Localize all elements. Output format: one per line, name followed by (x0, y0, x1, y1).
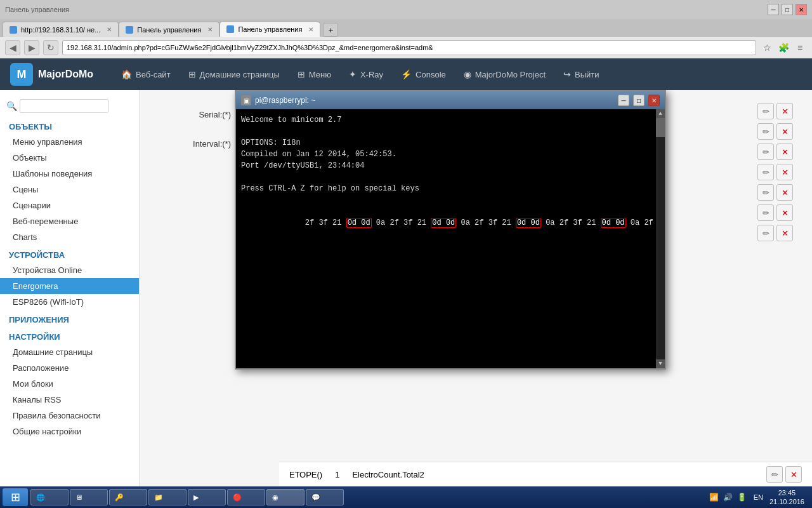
tab-favicon-1 (10, 26, 17, 34)
tab-favicon-2 (126, 26, 133, 34)
browser-toolbar: ◀ ▶ ↻ 192.168.31.10/admin.php?pd=cGFuZWw… (0, 37, 812, 58)
logo-box: M (10, 63, 33, 86)
taskbar-item-ie[interactable]: 🌐 (30, 489, 69, 505)
forward-button[interactable]: ▶ (24, 40, 39, 55)
sidebar-item-scenarios[interactable]: Сценарии (0, 197, 139, 213)
tab-favicon-3 (226, 25, 234, 33)
sidebar-search-input[interactable] (20, 99, 108, 113)
sidebar-item-scenes[interactable]: Сцены (0, 182, 139, 197)
sidebar-item-objects[interactable]: Объекты (0, 150, 139, 166)
menu-icon: ⊞ (298, 69, 305, 79)
nav-items: 🏠 Веб-сайт ⊞ Домашние страницы ⊞ Меню ✦ … (112, 58, 802, 90)
tray-network-icon: 📶 (709, 492, 719, 502)
taskbar-item-3[interactable]: 🔑 (109, 489, 147, 505)
edit-btn-4[interactable]: ✏ (757, 164, 774, 180)
terminal-line-8 (241, 194, 651, 206)
address-bar[interactable]: 192.168.31.10/admin.php?pd=cGFuZWw6e2Fjd… (62, 40, 756, 55)
sidebar-item-security[interactable]: Правила безопасности (0, 408, 139, 424)
delete-btn-2[interactable]: ✕ (776, 123, 793, 140)
content-area: Serial:(*) /dev/ttyUSB0 Interval:(*) 5 I… (140, 90, 812, 508)
taskbar-item-2[interactable]: 🖥 (70, 489, 108, 505)
sidebar-item-rss[interactable]: Каналы RSS (0, 392, 139, 408)
nav-project[interactable]: ◉ MajorDoMo Project (455, 58, 554, 90)
edit-btn-6[interactable]: ✏ (757, 204, 774, 221)
delete-btn-4[interactable]: ✕ (776, 164, 793, 180)
edit-btn-3[interactable]: ✏ (757, 144, 774, 160)
scroll-thumb[interactable] (656, 118, 665, 137)
nav-logout[interactable]: ↪ Выйти (554, 58, 608, 90)
tab-label-1: http://192.168.31.10/ не... (21, 26, 100, 34)
taskbar-item-5[interactable]: ▶ (188, 489, 226, 505)
taskbar-item-8[interactable]: 💬 (306, 489, 344, 505)
new-tab-btn[interactable]: + (323, 23, 338, 37)
sidebar-item-menu-control[interactable]: Меню управления (0, 134, 139, 150)
nav-homepages-label: Домашние страницы (200, 70, 280, 79)
action-buttons-panel: ✏ ✕ ✏ ✕ ✏ ✕ ✏ ✕ (757, 103, 793, 241)
scroll-up-btn[interactable]: ▲ (656, 109, 665, 118)
win-maximize-btn[interactable]: □ (782, 4, 793, 15)
taskbar: ⊞ 🌐 🖥 🔑 📁 ▶ 🔴 ◉ 💬 📶 🔊 🔋 EN (0, 486, 812, 508)
edit-btn-2[interactable]: ✏ (757, 123, 774, 140)
scroll-down-btn[interactable]: ▼ (656, 359, 665, 368)
hex-highlight-1: 0d 0d (346, 218, 372, 228)
sidebar-item-location[interactable]: Расположение (0, 360, 139, 376)
taskbar-item-4[interactable]: 📁 (148, 489, 187, 505)
delete-btn-5[interactable]: ✕ (776, 184, 793, 201)
browser-tab-3[interactable]: Панель управления ✕ (219, 22, 320, 37)
edit-btn-5[interactable]: ✏ (757, 184, 774, 201)
action-row-2: ✏ ✕ (757, 123, 793, 140)
terminal-body[interactable]: Welcome to minicom 2.7 OPTIONS: I18n Com… (236, 109, 665, 368)
taskbar-item-6-icon: 🔴 (233, 493, 242, 502)
action-row-1: ✏ ✕ (757, 103, 793, 119)
taskbar-item-7[interactable]: ◉ (266, 489, 304, 505)
terminal-close-btn[interactable]: ✕ (648, 95, 660, 106)
sidebar-item-my-blocks[interactable]: Мои блоки (0, 376, 139, 392)
homepages-icon: ⊞ (188, 69, 196, 79)
terminal-minimize-btn[interactable]: ─ (618, 95, 629, 106)
delete-btn-1[interactable]: ✕ (776, 103, 793, 119)
terminal-line-2 (241, 126, 651, 137)
win-minimize-btn[interactable]: ─ (768, 4, 779, 15)
sidebar-item-energomera[interactable]: Energomera (0, 278, 139, 294)
win-close-btn[interactable]: ✕ (796, 4, 807, 15)
browser-tab-1[interactable]: http://192.168.31.10/ не... ✕ (3, 22, 119, 37)
delete-btn-3[interactable]: ✕ (776, 144, 793, 160)
sidebar-item-behavior-templates[interactable]: Шаблоны поведения (0, 166, 139, 182)
serial-label: Serial:(*) (150, 110, 239, 119)
taskbar-item-6[interactable]: 🔴 (227, 489, 265, 505)
hex-highlight-2: 0d 0d (431, 218, 456, 228)
nav-homepages[interactable]: ⊞ Домашние страницы (180, 58, 289, 90)
sidebar-item-general-settings[interactable]: Общие настройки (0, 424, 139, 439)
edit-btn-7[interactable]: ✏ (757, 225, 774, 241)
tab-close-3[interactable]: ✕ (308, 26, 313, 33)
bottom-edit-btn[interactable]: ✏ (766, 466, 783, 483)
tab-close-2[interactable]: ✕ (207, 26, 213, 33)
sidebar-item-web-variables[interactable]: Веб-переменные (0, 213, 139, 229)
refresh-button[interactable]: ↻ (43, 40, 58, 55)
terminal-maximize-btn[interactable]: □ (633, 95, 645, 106)
nav-menu[interactable]: ⊞ Меню (289, 58, 340, 90)
chrome-menu-icon[interactable]: ≡ (793, 41, 807, 55)
taskbar-item-8-icon: 💬 (311, 493, 320, 502)
sidebar-item-esp8266[interactable]: ESP8266 (Wifi-IoT) (0, 294, 139, 310)
sidebar-item-homepages[interactable]: Домашние страницы (0, 344, 139, 360)
nav-website[interactable]: 🏠 Веб-сайт (112, 58, 179, 90)
start-button[interactable]: ⊞ (3, 488, 28, 506)
delete-btn-7[interactable]: ✕ (776, 225, 793, 241)
bookmark-icon[interactable]: ☆ (760, 41, 774, 55)
terminal-scrollbar[interactable]: ▲ ▼ (656, 109, 665, 368)
browser-tab-2[interactable]: Панель управления ✕ (119, 22, 219, 37)
taskbar-date-value: 21.10.2016 (769, 497, 804, 506)
extensions-icon[interactable]: 🧩 (776, 41, 790, 55)
nav-xray[interactable]: ✦ X-Ray (340, 58, 392, 90)
nav-console[interactable]: ⚡ Console (392, 58, 455, 90)
edit-btn-1[interactable]: ✏ (757, 103, 774, 119)
back-button[interactable]: ◀ (5, 40, 20, 55)
sidebar-item-devices-online[interactable]: Устройства Online (0, 262, 139, 278)
sidebar-item-charts[interactable]: Charts (0, 229, 139, 245)
tab-close-1[interactable]: ✕ (107, 26, 112, 33)
delete-btn-6[interactable]: ✕ (776, 204, 793, 221)
bottom-delete-btn[interactable]: ✕ (785, 466, 802, 483)
action-row-4: ✏ ✕ (757, 164, 793, 180)
terminal-icon-symbol: ▣ (244, 97, 249, 104)
